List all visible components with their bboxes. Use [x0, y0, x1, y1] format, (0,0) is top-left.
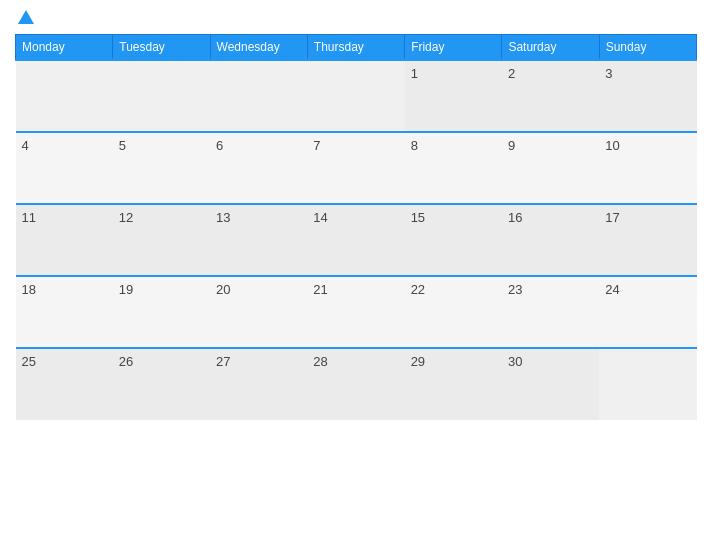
day-number: 12 — [119, 210, 133, 225]
calendar-cell: 28 — [307, 348, 404, 420]
calendar-cell — [307, 60, 404, 132]
calendar-cell: 27 — [210, 348, 307, 420]
day-number: 27 — [216, 354, 230, 369]
day-number: 7 — [313, 138, 320, 153]
day-number: 5 — [119, 138, 126, 153]
calendar-cell: 13 — [210, 204, 307, 276]
day-number: 11 — [22, 210, 36, 225]
calendar-cell: 22 — [405, 276, 502, 348]
day-header-monday: Monday — [16, 35, 113, 61]
day-header-sunday: Sunday — [599, 35, 696, 61]
calendar-cell: 10 — [599, 132, 696, 204]
day-number: 19 — [119, 282, 133, 297]
day-number: 14 — [313, 210, 327, 225]
week-row-3: 11121314151617 — [16, 204, 697, 276]
week-row-2: 45678910 — [16, 132, 697, 204]
day-number: 6 — [216, 138, 223, 153]
day-number: 18 — [22, 282, 36, 297]
calendar-cell: 6 — [210, 132, 307, 204]
day-number: 22 — [411, 282, 425, 297]
day-number: 10 — [605, 138, 619, 153]
calendar-container: MondayTuesdayWednesdayThursdayFridaySatu… — [0, 0, 712, 550]
day-number: 28 — [313, 354, 327, 369]
day-number: 3 — [605, 66, 612, 81]
day-number: 21 — [313, 282, 327, 297]
days-header-row: MondayTuesdayWednesdayThursdayFridaySatu… — [16, 35, 697, 61]
day-number: 20 — [216, 282, 230, 297]
day-number: 23 — [508, 282, 522, 297]
calendar-cell: 11 — [16, 204, 113, 276]
calendar-cell: 30 — [502, 348, 599, 420]
day-number: 26 — [119, 354, 133, 369]
calendar-cell: 19 — [113, 276, 210, 348]
calendar-cell: 9 — [502, 132, 599, 204]
logo-triangle-icon — [18, 10, 34, 24]
week-row-5: 252627282930 — [16, 348, 697, 420]
calendar-cell: 16 — [502, 204, 599, 276]
calendar-cell: 5 — [113, 132, 210, 204]
day-number: 9 — [508, 138, 515, 153]
calendar-header — [15, 10, 697, 26]
day-header-friday: Friday — [405, 35, 502, 61]
day-header-tuesday: Tuesday — [113, 35, 210, 61]
day-number: 30 — [508, 354, 522, 369]
calendar-cell — [16, 60, 113, 132]
calendar-cell: 26 — [113, 348, 210, 420]
week-row-4: 18192021222324 — [16, 276, 697, 348]
calendar-table: MondayTuesdayWednesdayThursdayFridaySatu… — [15, 34, 697, 420]
calendar-cell: 24 — [599, 276, 696, 348]
calendar-cell: 18 — [16, 276, 113, 348]
calendar-cell: 14 — [307, 204, 404, 276]
calendar-cell — [210, 60, 307, 132]
calendar-cell: 2 — [502, 60, 599, 132]
calendar-cell: 3 — [599, 60, 696, 132]
calendar-cell: 23 — [502, 276, 599, 348]
day-number: 8 — [411, 138, 418, 153]
day-number: 16 — [508, 210, 522, 225]
calendar-cell: 29 — [405, 348, 502, 420]
day-number: 1 — [411, 66, 418, 81]
calendar-cell: 17 — [599, 204, 696, 276]
calendar-cell — [113, 60, 210, 132]
calendar-cell: 8 — [405, 132, 502, 204]
day-header-saturday: Saturday — [502, 35, 599, 61]
calendar-cell — [599, 348, 696, 420]
day-number: 15 — [411, 210, 425, 225]
calendar-cell: 21 — [307, 276, 404, 348]
logo — [15, 10, 34, 26]
calendar-cell: 1 — [405, 60, 502, 132]
day-number: 13 — [216, 210, 230, 225]
day-number: 17 — [605, 210, 619, 225]
calendar-cell: 7 — [307, 132, 404, 204]
calendar-cell: 15 — [405, 204, 502, 276]
day-number: 25 — [22, 354, 36, 369]
calendar-cell: 12 — [113, 204, 210, 276]
week-row-1: 123 — [16, 60, 697, 132]
day-header-thursday: Thursday — [307, 35, 404, 61]
day-number: 24 — [605, 282, 619, 297]
day-number: 4 — [22, 138, 29, 153]
calendar-cell: 25 — [16, 348, 113, 420]
day-number: 2 — [508, 66, 515, 81]
day-number: 29 — [411, 354, 425, 369]
day-header-wednesday: Wednesday — [210, 35, 307, 61]
calendar-cell: 4 — [16, 132, 113, 204]
calendar-cell: 20 — [210, 276, 307, 348]
